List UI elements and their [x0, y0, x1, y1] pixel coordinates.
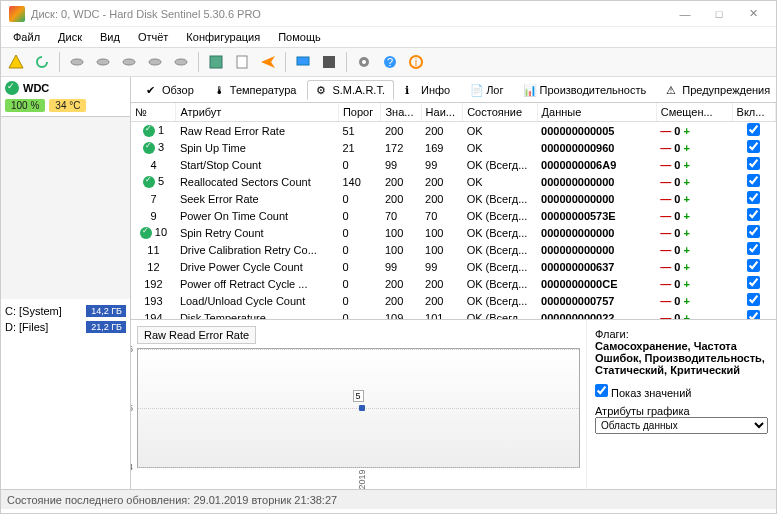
col-header[interactable]: №	[131, 103, 176, 122]
tab-icon: 🌡	[214, 84, 226, 96]
tab-5[interactable]: 📊Производительность	[514, 80, 655, 100]
menu-Диск[interactable]: Диск	[50, 29, 90, 45]
tool-disk3-icon[interactable]	[118, 51, 140, 73]
row-enable-checkbox[interactable]	[747, 242, 760, 255]
tool-disk4-icon[interactable]	[144, 51, 166, 73]
tab-4[interactable]: 📄Лог	[461, 80, 512, 100]
tool-disk1-icon[interactable]	[66, 51, 88, 73]
tool-report-icon[interactable]	[231, 51, 253, 73]
maximize-button[interactable]: □	[704, 4, 734, 24]
col-header[interactable]: Вкл...	[732, 103, 775, 122]
row-enable-checkbox[interactable]	[747, 174, 760, 187]
menu-Файл[interactable]: Файл	[5, 29, 48, 45]
row-enable-checkbox[interactable]	[747, 157, 760, 170]
table-row[interactable]: 7Seek Error Rate0200200OK (Всегд...00000…	[131, 190, 776, 207]
close-button[interactable]: ✕	[738, 4, 768, 24]
offset-minus[interactable]: —	[660, 312, 671, 320]
tool-warn-icon[interactable]	[5, 51, 27, 73]
offset-plus[interactable]: +	[683, 244, 689, 256]
offset-plus[interactable]: +	[683, 125, 689, 137]
table-row[interactable]: 12Drive Power Cycle Count09999OK (Всегд.…	[131, 258, 776, 275]
offset-minus[interactable]: —	[660, 227, 671, 239]
partition-row[interactable]: C: [System]14,2 ГБ	[5, 303, 126, 319]
table-row[interactable]: 193Load/Unload Cycle Count0200200OK (Все…	[131, 292, 776, 309]
menu-Вид[interactable]: Вид	[92, 29, 128, 45]
row-enable-checkbox[interactable]	[747, 225, 760, 238]
offset-plus[interactable]: +	[683, 210, 689, 222]
menu-bar: ФайлДискВидОтчётКонфигурацияПомощь	[1, 27, 776, 47]
menu-Помощь[interactable]: Помощь	[270, 29, 329, 45]
table-row[interactable]: 3Spin Up Time21172169OK000000000960—0+	[131, 139, 776, 156]
table-row[interactable]: 10Spin Retry Count0100100OK (Всегд...000…	[131, 224, 776, 241]
tool-refresh-icon[interactable]	[31, 51, 53, 73]
table-row[interactable]: 11Drive Calibration Retry Co...0100100OK…	[131, 241, 776, 258]
tool-panel-icon[interactable]	[318, 51, 340, 73]
offset-plus[interactable]: +	[683, 142, 689, 154]
disk-panel[interactable]: WDC 100 % 34 °C	[1, 77, 130, 117]
chart[interactable]: 456529.01.2019	[137, 348, 580, 468]
offset-plus[interactable]: +	[683, 312, 689, 320]
partition-row[interactable]: D: [Files]21,2 ГБ	[5, 319, 126, 335]
col-header[interactable]: Наи...	[421, 103, 463, 122]
menu-Отчёт[interactable]: Отчёт	[130, 29, 176, 45]
table-row[interactable]: 4Start/Stop Count09999OK (Всегд...000000…	[131, 156, 776, 173]
col-header[interactable]: Зна...	[381, 103, 421, 122]
tab-1[interactable]: 🌡Температура	[205, 80, 306, 100]
tool-save-icon[interactable]	[205, 51, 227, 73]
row-enable-checkbox[interactable]	[747, 208, 760, 221]
tab-3[interactable]: ℹИнфо	[396, 80, 459, 100]
row-enable-checkbox[interactable]	[747, 293, 760, 306]
col-header[interactable]: Атрибут	[176, 103, 339, 122]
offset-plus[interactable]: +	[683, 278, 689, 290]
table-row[interactable]: 192Power off Retract Cycle ...0200200OK …	[131, 275, 776, 292]
offset-plus[interactable]: +	[683, 295, 689, 307]
table-row[interactable]: 1Raw Read Error Rate51200200OK0000000000…	[131, 122, 776, 140]
menu-Конфигурация[interactable]: Конфигурация	[178, 29, 268, 45]
chart-attr-select[interactable]: Область данных	[595, 417, 768, 434]
table-row[interactable]: 5Reallocated Sectors Count140200200OK000…	[131, 173, 776, 190]
show-values-label: Показ значений	[611, 387, 691, 399]
row-enable-checkbox[interactable]	[747, 259, 760, 272]
tool-disk2-icon[interactable]	[92, 51, 114, 73]
offset-plus[interactable]: +	[683, 227, 689, 239]
offset-plus[interactable]: +	[683, 261, 689, 273]
show-values-checkbox[interactable]	[595, 384, 608, 397]
tool-info-icon[interactable]: i	[405, 51, 427, 73]
minimize-button[interactable]: —	[670, 4, 700, 24]
smart-table[interactable]: №АтрибутПорогЗна...Наи...СостояниеДанные…	[131, 103, 776, 319]
tab-2[interactable]: ⚙S.M.A.R.T.	[307, 80, 394, 100]
offset-plus[interactable]: +	[683, 159, 689, 171]
tool-monitor-icon[interactable]	[292, 51, 314, 73]
col-header[interactable]: Смещен...	[656, 103, 732, 122]
offset-minus[interactable]: —	[660, 159, 671, 171]
row-enable-checkbox[interactable]	[747, 123, 760, 136]
offset-minus[interactable]: —	[660, 244, 671, 256]
offset-minus[interactable]: —	[660, 176, 671, 188]
row-enable-checkbox[interactable]	[747, 276, 760, 289]
row-enable-checkbox[interactable]	[747, 191, 760, 204]
offset-plus[interactable]: +	[683, 176, 689, 188]
col-header[interactable]: Порог	[338, 103, 381, 122]
offset-minus[interactable]: —	[660, 210, 671, 222]
offset-plus[interactable]: +	[683, 193, 689, 205]
tool-settings-icon[interactable]	[353, 51, 375, 73]
table-row[interactable]: 9Power On Time Count07070OK (Всегд...000…	[131, 207, 776, 224]
offset-minus[interactable]: —	[660, 278, 671, 290]
col-header[interactable]: Данные	[537, 103, 656, 122]
tab-0[interactable]: ✔Обзор	[137, 80, 203, 100]
row-enable-checkbox[interactable]	[747, 140, 760, 153]
col-header[interactable]: Состояние	[463, 103, 537, 122]
tool-disk5-icon[interactable]	[170, 51, 192, 73]
offset-minus[interactable]: —	[660, 295, 671, 307]
offset-minus[interactable]: —	[660, 125, 671, 137]
table-row[interactable]: 194Disk Temperature0109101OK (Всегд...00…	[131, 309, 776, 319]
offset-minus[interactable]: —	[660, 142, 671, 154]
tool-send-icon[interactable]	[257, 51, 279, 73]
tool-help-icon[interactable]: ?	[379, 51, 401, 73]
svg-rect-9	[323, 56, 335, 68]
row-enable-checkbox[interactable]	[747, 310, 760, 319]
tab-icon: ⚠	[666, 84, 678, 96]
tab-6[interactable]: ⚠Предупреждения	[657, 80, 776, 100]
offset-minus[interactable]: —	[660, 193, 671, 205]
offset-minus[interactable]: —	[660, 261, 671, 273]
